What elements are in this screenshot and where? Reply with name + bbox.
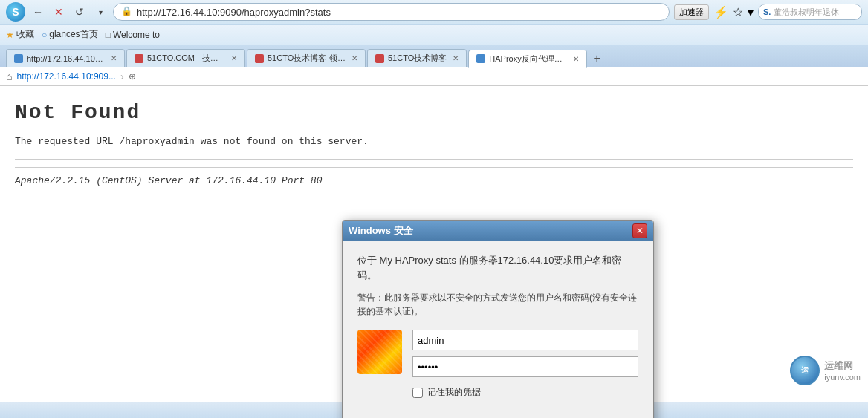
server-info: Apache/2.2.15 (CentOS) Server at 172.16.… xyxy=(15,167,853,186)
breadcrumb-separator: › xyxy=(120,71,124,82)
tab-close-2[interactable]: ✕ xyxy=(352,54,357,62)
address-bar[interactable]: 🔒 http://172.16.44.10:9090/haproxyadmin?… xyxy=(113,3,670,21)
lock-icon: 🔒 xyxy=(121,6,133,18)
dialog-buttons: 确定 取消 xyxy=(343,411,653,418)
accel-icon1: ⚡ xyxy=(713,5,728,19)
bookmark-label: Welcome to xyxy=(113,30,160,40)
breadcrumb-address[interactable]: http://172.16.44.10:909... xyxy=(16,71,115,82)
watermark-text: 运维网 iyunv.com xyxy=(824,359,861,382)
tab-1[interactable]: 51CTO.COM - 技术成就... ✕ xyxy=(126,49,245,67)
dialog-fields: 记住我的凭据 xyxy=(412,330,638,399)
password-input[interactable] xyxy=(412,356,638,377)
browser-logo xyxy=(6,2,25,22)
stop-button[interactable]: ✕ xyxy=(51,4,67,20)
page-content: Not Found The requested URL /haproxyadmi… xyxy=(0,86,868,402)
tab-label-0: http://172.16.44.10:909... xyxy=(27,54,105,63)
watermark-logo: 运 xyxy=(790,356,820,385)
accel-icon3: ▾ xyxy=(748,5,754,19)
bookmark-favorites[interactable]: ★ 收藏 xyxy=(6,28,34,41)
username-input[interactable] xyxy=(412,330,638,350)
new-tab-button[interactable]: + xyxy=(589,50,605,67)
nav-extra-button[interactable]: ▾ xyxy=(92,4,108,20)
globe-icon: ○ xyxy=(42,30,47,40)
watermark-site: 运维网 xyxy=(824,359,861,373)
page-title: Not Found xyxy=(15,101,853,124)
bookmark-glances[interactable]: ○ glances首页 xyxy=(42,28,98,41)
tab-favicon-3 xyxy=(375,54,384,63)
tab-favicon-2 xyxy=(255,54,264,63)
tab-3[interactable]: 51CTO技术博客 ✕ xyxy=(367,49,467,67)
title-bar: ← ✕ ↺ ▾ 🔒 http://172.16.44.10:9090/hapro… xyxy=(0,0,868,24)
page-icon: □ xyxy=(106,30,111,40)
tab-2[interactable]: 51CTO技术博客-领先的... ✕ xyxy=(247,49,366,67)
tab-favicon-1 xyxy=(135,54,143,63)
star-icon: ★ xyxy=(6,30,14,40)
tab-close-4[interactable]: ✕ xyxy=(573,55,579,63)
bookmark-label: 收藏 xyxy=(16,28,34,41)
dialog-form-area: 记住我的凭据 xyxy=(357,330,638,399)
url-text: http://172.16.44.10:9090/haproxyadmin?st… xyxy=(137,7,331,18)
tab-0[interactable]: http://172.16.44.10:909... ✕ xyxy=(6,49,125,67)
tab-4[interactable]: HAProxy反向代理相关文... ✕ xyxy=(468,50,587,68)
bookmarks-bar: ★ 收藏 ○ glances首页 □ Welcome to xyxy=(0,24,868,45)
nav-bar: ⌂ http://172.16.44.10:909... › ⊕ xyxy=(0,67,868,86)
bookmark-label: glances首页 xyxy=(49,28,97,41)
refresh-button[interactable]: ↺ xyxy=(71,4,88,20)
accel-button[interactable]: 加速器 xyxy=(674,4,709,20)
home-icon[interactable]: ⌂ xyxy=(6,71,12,82)
tab-label-2: 51CTO技术博客-领先的... xyxy=(268,53,346,64)
dialog-body: 位于 My HAProxy stats 的服务器172.16.44.10要求用户… xyxy=(343,241,653,411)
tab-close-1[interactable]: ✕ xyxy=(231,54,237,62)
tab-close-0[interactable]: ✕ xyxy=(111,54,117,62)
search-logo: S. xyxy=(763,7,771,16)
back-button[interactable]: ← xyxy=(30,4,46,20)
security-dialog: Windows 安全 ✕ 位于 My HAProxy stats 的服务器172… xyxy=(342,220,654,418)
tab-label-1: 51CTO.COM - 技术成就... xyxy=(147,53,225,64)
tab-label-4: HAProxy反向代理相关文... xyxy=(489,53,567,65)
watermark-url: iyunv.com xyxy=(824,373,861,382)
watermark: 运 运维网 iyunv.com xyxy=(790,356,861,385)
dialog-close-button[interactable]: ✕ xyxy=(632,223,647,238)
search-hint: 董浩叔叔明年退休 xyxy=(774,7,839,18)
remember-label: 记住我的凭据 xyxy=(427,386,481,399)
breadcrumb-icon: ⊕ xyxy=(129,71,136,82)
not-found-message: The requested URL /haproxyadmin was not … xyxy=(15,136,853,147)
dialog-icon xyxy=(357,330,402,374)
dialog-titlebar: Windows 安全 ✕ xyxy=(343,221,653,241)
accel-icon2: ☆ xyxy=(733,5,743,19)
dialog-warning-text: 警告：此服务器要求以不安全的方式发送您的用户名和密码(没有安全连接的基本认证)。 xyxy=(357,291,638,318)
bookmark-welcome[interactable]: □ Welcome to xyxy=(106,30,160,40)
browser-chrome: ← ✕ ↺ ▾ 🔒 http://172.16.44.10:9090/hapro… xyxy=(0,0,868,86)
remember-credentials-row: 记住我的凭据 xyxy=(412,386,638,399)
tab-favicon-0 xyxy=(14,54,23,63)
tabs-bar: http://172.16.44.10:909... ✕ 51CTO.COM -… xyxy=(0,45,868,67)
tab-close-3[interactable]: ✕ xyxy=(453,54,459,62)
tab-favicon-4 xyxy=(476,54,485,63)
dialog-title: Windows 安全 xyxy=(349,224,413,238)
dialog-info-text: 位于 My HAProxy stats 的服务器172.16.44.10要求用户… xyxy=(357,253,638,282)
tab-label-3: 51CTO技术博客 xyxy=(388,53,447,64)
remember-checkbox[interactable] xyxy=(412,388,423,398)
search-box[interactable]: S. 董浩叔叔明年退休 xyxy=(758,4,862,20)
